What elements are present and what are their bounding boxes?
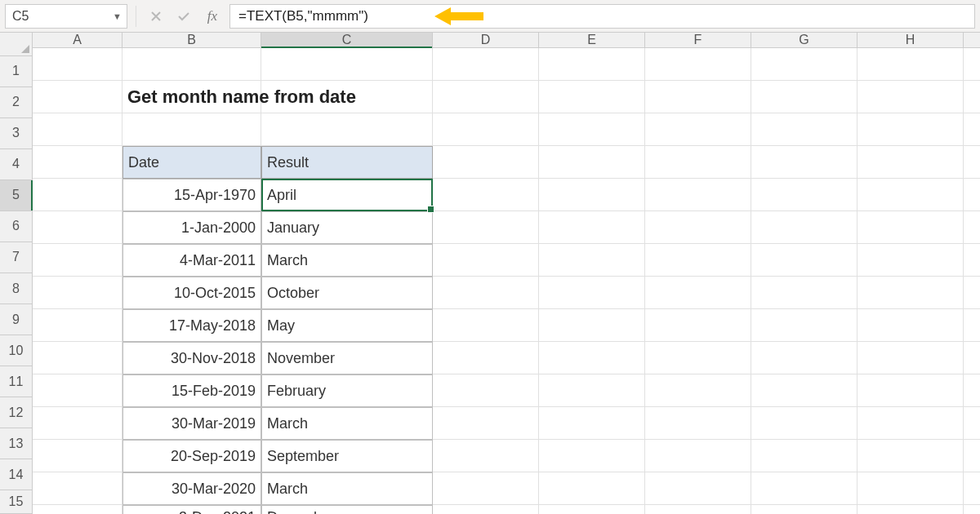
cell[interactable]: [33, 309, 122, 342]
cell[interactable]: [33, 211, 122, 244]
table-header-result[interactable]: Result: [261, 146, 433, 179]
cell[interactable]: [433, 81, 539, 113]
row-header[interactable]: 2: [0, 87, 33, 118]
cell[interactable]: [122, 113, 261, 146]
cell[interactable]: [261, 48, 433, 81]
row-header[interactable]: 6: [0, 211, 33, 242]
enter-check-icon[interactable]: [172, 5, 195, 28]
cell[interactable]: [858, 81, 964, 113]
cell-grid[interactable]: Get month name from date: [33, 48, 980, 514]
cell[interactable]: [433, 244, 539, 277]
cell-result[interactable]: March: [261, 244, 433, 277]
cell[interactable]: [433, 277, 539, 309]
cell[interactable]: [751, 179, 858, 211]
cell[interactable]: [539, 342, 645, 374]
cell[interactable]: [858, 277, 964, 309]
cell[interactable]: [433, 374, 539, 407]
cell[interactable]: [645, 342, 751, 374]
cell[interactable]: [261, 81, 433, 113]
column-header[interactable]: E: [539, 33, 645, 48]
cell[interactable]: [858, 505, 964, 514]
row-header[interactable]: 15: [0, 490, 33, 514]
column-header[interactable]: A: [33, 33, 122, 48]
cell[interactable]: [33, 113, 122, 146]
cell[interactable]: [433, 440, 539, 472]
cell[interactable]: [33, 277, 122, 309]
cell[interactable]: [858, 146, 964, 179]
cell[interactable]: [539, 309, 645, 342]
cell[interactable]: [858, 309, 964, 342]
cell[interactable]: [964, 244, 980, 277]
column-header[interactable]: D: [433, 33, 539, 48]
cell[interactable]: [964, 146, 980, 179]
row-header[interactable]: 5: [0, 180, 33, 211]
formula-input[interactable]: =TEXT(B5,"mmmm"): [229, 4, 975, 29]
cell[interactable]: [964, 374, 980, 407]
cell-result[interactable]: April: [261, 179, 433, 211]
cell[interactable]: [645, 113, 751, 146]
cell-date[interactable]: 30-Mar-2019: [122, 407, 261, 440]
cell[interactable]: [645, 374, 751, 407]
page-title[interactable]: Get month name from date: [122, 81, 261, 113]
cell[interactable]: [261, 113, 433, 146]
cell[interactable]: [964, 472, 980, 505]
cell[interactable]: [751, 342, 858, 374]
cell[interactable]: [964, 211, 980, 244]
cell-result[interactable]: May: [261, 309, 433, 342]
cell[interactable]: [539, 244, 645, 277]
cell[interactable]: [122, 48, 261, 81]
dropdown-caret-icon[interactable]: ▼: [113, 11, 122, 21]
cell[interactable]: [858, 113, 964, 146]
row-header[interactable]: 13: [0, 428, 33, 459]
cell[interactable]: [645, 179, 751, 211]
cell[interactable]: [645, 244, 751, 277]
cell[interactable]: [858, 374, 964, 407]
cell[interactable]: [33, 342, 122, 374]
cell[interactable]: [645, 146, 751, 179]
cell[interactable]: [539, 113, 645, 146]
cell[interactable]: [858, 342, 964, 374]
cell[interactable]: [645, 440, 751, 472]
cell[interactable]: [858, 244, 964, 277]
cell[interactable]: [433, 113, 539, 146]
row-header[interactable]: 1: [0, 56, 33, 87]
row-header[interactable]: 7: [0, 242, 33, 273]
cell[interactable]: [858, 472, 964, 505]
column-header[interactable]: F: [645, 33, 751, 48]
cell[interactable]: [33, 505, 122, 514]
cell-date[interactable]: 4-Mar-2011: [122, 244, 261, 277]
cell[interactable]: [433, 179, 539, 211]
cell[interactable]: [33, 179, 122, 211]
cell[interactable]: [33, 81, 122, 113]
row-header[interactable]: 10: [0, 335, 33, 366]
cell-result[interactable]: December: [261, 505, 433, 514]
cell[interactable]: [751, 407, 858, 440]
cell-date[interactable]: 15-Apr-1970: [122, 179, 261, 211]
cell[interactable]: [433, 48, 539, 81]
column-header[interactable]: I: [964, 33, 980, 48]
cell[interactable]: [539, 48, 645, 81]
cell-result[interactable]: March: [261, 407, 433, 440]
cell[interactable]: [33, 472, 122, 505]
cell-result[interactable]: January: [261, 211, 433, 244]
cell[interactable]: [645, 407, 751, 440]
cell-result[interactable]: February: [261, 374, 433, 407]
cell[interactable]: [964, 48, 980, 81]
cell[interactable]: [539, 505, 645, 514]
cell[interactable]: [645, 48, 751, 81]
cell[interactable]: [539, 211, 645, 244]
cell[interactable]: [751, 48, 858, 81]
cell[interactable]: [539, 374, 645, 407]
row-header[interactable]: 9: [0, 304, 33, 335]
cell-date[interactable]: 10-Oct-2015: [122, 277, 261, 309]
select-all-corner[interactable]: [0, 33, 33, 56]
row-header[interactable]: 11: [0, 366, 33, 397]
cell[interactable]: [751, 244, 858, 277]
cell[interactable]: [539, 440, 645, 472]
cell[interactable]: [751, 472, 858, 505]
cell[interactable]: [33, 374, 122, 407]
cell[interactable]: [33, 440, 122, 472]
cell[interactable]: [539, 146, 645, 179]
cell[interactable]: [858, 407, 964, 440]
cell-date[interactable]: 30-Nov-2018: [122, 342, 261, 374]
